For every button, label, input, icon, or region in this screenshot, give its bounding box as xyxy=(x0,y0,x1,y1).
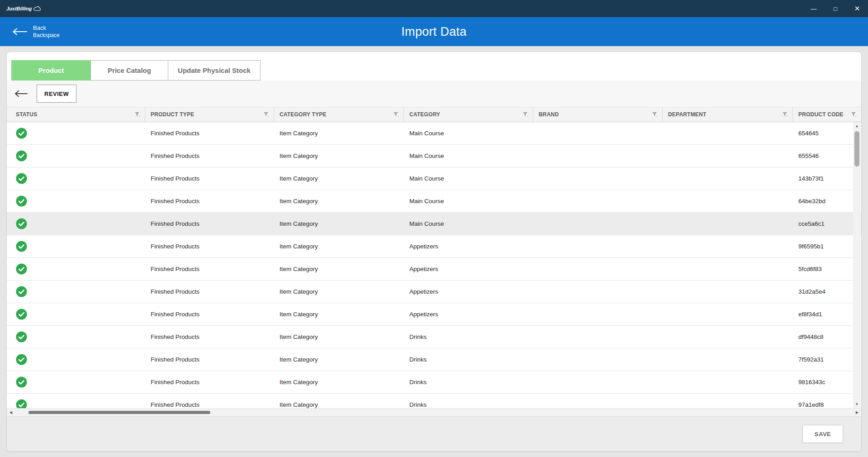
cell-status xyxy=(10,195,145,207)
cell-status xyxy=(10,309,145,320)
cell-category: Drinks xyxy=(404,356,533,363)
import-data-card: Product Price Catalog Update Physical St… xyxy=(6,52,862,452)
cell-category-type: Item Category xyxy=(274,379,404,386)
filter-icon[interactable] xyxy=(782,112,788,117)
cell-product-type: Finished Products xyxy=(145,311,274,318)
app-logo-text: JustBilling xyxy=(6,6,32,11)
cell-product-type: Finished Products xyxy=(145,220,274,227)
back-button[interactable]: Back Backspace xyxy=(12,24,60,38)
scroll-left-icon[interactable]: ◀ xyxy=(9,410,12,414)
table-row[interactable]: Finished Products Item Category Appetize… xyxy=(7,258,861,281)
minimize-button[interactable]: — xyxy=(803,0,825,17)
cell-status xyxy=(10,376,145,388)
column-header[interactable]: CATEGORY xyxy=(404,107,533,122)
filter-icon[interactable] xyxy=(522,112,528,117)
filter-icon[interactable] xyxy=(652,112,658,117)
back-label: Back xyxy=(33,24,60,32)
cell-product-code: 654645 xyxy=(793,130,861,137)
table-header: STATUS PRODUCT TYPE CATEGORY TYPE CATEGO… xyxy=(7,107,861,122)
header: Back Backspace Import Data xyxy=(0,17,868,46)
column-header[interactable]: PRODUCT CODE xyxy=(793,107,861,122)
column-header[interactable]: CATEGORY TYPE xyxy=(274,107,404,122)
table-row[interactable]: Finished Products Item Category Appetize… xyxy=(7,303,861,326)
cell-status xyxy=(10,150,145,162)
cell-category-type: Item Category xyxy=(274,175,404,182)
table-row[interactable]: Finished Products Item Category Main Cou… xyxy=(7,213,861,235)
cell-category-type: Item Category xyxy=(274,311,404,318)
cell-category: Drinks xyxy=(404,379,533,386)
left-arrow-icon xyxy=(14,90,28,97)
status-ok-icon xyxy=(16,354,27,365)
review-button[interactable]: REVIEW xyxy=(37,85,76,103)
vertical-scrollbar[interactable]: ▲ ▼ xyxy=(853,122,861,408)
cell-category: Main Course xyxy=(404,198,533,205)
column-header-label: DEPARTMENT xyxy=(668,111,706,118)
table-row[interactable]: Finished Products Item Category Main Cou… xyxy=(7,190,861,213)
column-header[interactable]: STATUS xyxy=(10,107,145,122)
status-ok-icon xyxy=(16,286,27,297)
horizontal-scroll-thumb[interactable] xyxy=(28,411,210,414)
filter-icon[interactable] xyxy=(393,112,399,117)
table-row[interactable]: Finished Products Item Category Main Cou… xyxy=(7,122,861,145)
cell-category: Appetizers xyxy=(404,266,533,272)
cell-category-type: Item Category xyxy=(274,401,404,408)
column-header-label: CATEGORY xyxy=(409,111,440,118)
filter-icon[interactable] xyxy=(263,112,269,117)
table-row[interactable]: Finished Products Item Category Appetize… xyxy=(7,235,861,258)
cell-product-type: Finished Products xyxy=(145,243,274,250)
vertical-scroll-thumb[interactable] xyxy=(854,131,859,167)
cell-category-type: Item Category xyxy=(274,356,404,363)
cell-status xyxy=(10,218,145,229)
scroll-right-icon[interactable]: ▶ xyxy=(856,410,859,414)
table-row[interactable]: Finished Products Item Category Drinks 9… xyxy=(7,371,861,394)
cell-product-code: cce5a6c1 xyxy=(793,220,861,227)
tab-update-physical-stock[interactable]: Update Physical Stock xyxy=(168,60,261,81)
cell-product-code: 31d2a5e4 xyxy=(793,288,861,295)
previous-step-button[interactable] xyxy=(14,90,28,97)
page: Product Price Catalog Update Physical St… xyxy=(0,46,868,457)
cell-product-type: Finished Products xyxy=(145,175,274,182)
cell-product-code: 7f592a31 xyxy=(793,356,861,363)
cell-status xyxy=(10,128,145,139)
scroll-down-icon[interactable]: ▼ xyxy=(853,400,861,408)
column-header-label: STATUS xyxy=(16,111,37,118)
table-row[interactable]: Finished Products Item Category Main Cou… xyxy=(7,145,861,167)
cell-status xyxy=(10,241,145,252)
column-header-label: PRODUCT CODE xyxy=(798,111,844,118)
status-ok-icon xyxy=(16,376,27,388)
filter-icon[interactable] xyxy=(134,112,140,117)
status-ok-icon xyxy=(16,399,27,408)
save-button[interactable]: SAVE xyxy=(802,425,843,443)
table-row[interactable]: Finished Products Item Category Main Cou… xyxy=(7,167,861,190)
table-row[interactable]: Finished Products Item Category Drinks 9… xyxy=(7,394,861,408)
table-row[interactable]: Finished Products Item Category Drinks d… xyxy=(7,326,861,348)
cell-category-type: Item Category xyxy=(274,198,404,205)
column-header-label: BRAND xyxy=(539,111,559,118)
status-ok-icon xyxy=(16,241,27,252)
maximize-button[interactable]: □ xyxy=(825,0,846,17)
horizontal-scrollbar[interactable]: ◀ ▶ xyxy=(7,408,861,416)
page-title: Import Data xyxy=(401,25,466,39)
cell-category: Appetizers xyxy=(404,288,533,295)
column-header[interactable]: PRODUCT TYPE xyxy=(145,107,274,122)
status-ok-icon xyxy=(16,173,27,184)
cell-product-type: Finished Products xyxy=(145,356,274,363)
close-button[interactable]: ✕ xyxy=(846,0,868,17)
scroll-up-icon[interactable]: ▲ xyxy=(853,122,861,130)
column-header[interactable]: DEPARTMENT xyxy=(663,107,793,122)
cell-product-code: ef8f34d1 xyxy=(793,311,861,318)
cell-product-code: 655546 xyxy=(793,152,861,159)
table-row[interactable]: Finished Products Item Category Drinks 7… xyxy=(7,348,861,371)
cell-product-type: Finished Products xyxy=(145,288,274,295)
table-row[interactable]: Finished Products Item Category Appetize… xyxy=(7,281,861,303)
column-header-label: CATEGORY TYPE xyxy=(280,111,327,118)
column-header[interactable]: BRAND xyxy=(533,107,663,122)
status-ok-icon xyxy=(16,150,27,162)
cell-product-type: Finished Products xyxy=(145,379,274,386)
cell-category: Appetizers xyxy=(404,243,533,250)
tab-product[interactable]: Product xyxy=(11,60,91,81)
filter-icon[interactable] xyxy=(851,112,857,117)
tab-price-catalog[interactable]: Price Catalog xyxy=(90,60,168,81)
cell-status xyxy=(10,286,145,297)
table-body: Finished Products Item Category Main Cou… xyxy=(7,122,861,408)
